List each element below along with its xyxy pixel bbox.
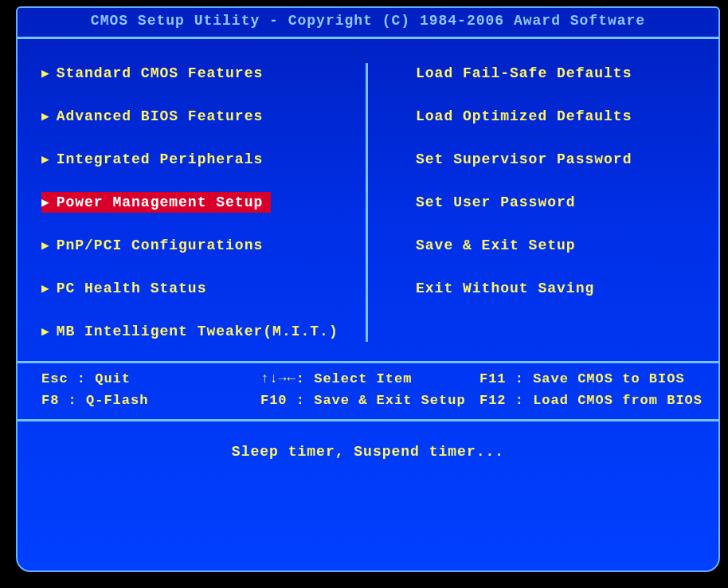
menu-right-column: Load Fail-Safe Defaults Load Optimized D…: [368, 63, 718, 342]
help-f12-load-cmos: F12 : Load CMOS from BIOS: [479, 393, 703, 408]
triangle-right-icon: ▶: [41, 237, 50, 253]
menu-left-column: ▶ Standard CMOS Features ▶ Advanced BIOS…: [18, 63, 368, 342]
key-help-bar: Esc : Quit ↑↓→←: Select Item F11 : Save …: [18, 363, 718, 421]
menu-standard-cmos-features[interactable]: ▶ Standard CMOS Features: [41, 63, 342, 84]
menu-pnp-pci-configurations[interactable]: ▶ PnP/PCI Configurations: [41, 235, 342, 256]
menu-item-label: Set User Password: [416, 194, 576, 210]
menu-power-management-setup[interactable]: ▶ Power Management Setup: [41, 192, 271, 213]
menu-load-fail-safe-defaults[interactable]: Load Fail-Safe Defaults: [416, 63, 695, 84]
menu-item-label: PnP/PCI Configurations: [57, 237, 264, 253]
menu-item-label: Power Management Setup: [57, 194, 264, 210]
help-arrows-select: ↑↓→←: Select Item: [260, 371, 476, 386]
menu-advanced-bios-features[interactable]: ▶ Advanced BIOS Features: [41, 106, 342, 127]
menu-set-supervisor-password[interactable]: Set Supervisor Password: [416, 149, 695, 170]
menu-item-label: Load Optimized Defaults: [416, 108, 632, 124]
menu-item-label: Integrated Peripherals: [57, 151, 264, 167]
menu-item-label: Set Supervisor Password: [416, 151, 632, 167]
help-f8-qflash: F8 : Q-Flash: [41, 393, 257, 408]
triangle-right-icon: ▶: [41, 65, 50, 81]
bios-screen: CMOS Setup Utility - Copyright (C) 1984-…: [16, 6, 720, 572]
menu-mb-intelligent-tweaker[interactable]: ▶ MB Intelligent Tweaker(M.I.T.): [41, 321, 342, 342]
triangle-right-icon: ▶: [41, 151, 50, 167]
menu-pc-health-status[interactable]: ▶ PC Health Status: [41, 278, 342, 299]
context-hint: Sleep timer, Suspend timer...: [18, 421, 718, 482]
menu-item-label: Advanced BIOS Features: [57, 108, 264, 124]
help-f10-save-exit: F10 : Save & Exit Setup: [260, 393, 476, 408]
menu-load-optimized-defaults[interactable]: Load Optimized Defaults: [416, 106, 695, 127]
triangle-right-icon: ▶: [41, 108, 50, 124]
menu-exit-without-saving[interactable]: Exit Without Saving: [416, 278, 695, 299]
menu-save-and-exit-setup[interactable]: Save & Exit Setup: [416, 235, 695, 256]
triangle-right-icon: ▶: [41, 323, 50, 339]
help-f11-save-cmos: F11 : Save CMOS to BIOS: [479, 371, 703, 386]
page-title: CMOS Setup Utility - Copyright (C) 1984-…: [18, 8, 718, 37]
menu-item-label: Standard CMOS Features: [57, 65, 264, 81]
menu-item-label: MB Intelligent Tweaker(M.I.T.): [57, 323, 339, 339]
menu-item-label: Save & Exit Setup: [416, 237, 576, 253]
triangle-right-icon: ▶: [41, 280, 50, 296]
main-menu-area: ▶ Standard CMOS Features ▶ Advanced BIOS…: [18, 37, 718, 363]
menu-item-label: Exit Without Saving: [416, 280, 594, 296]
menu-item-label: PC Health Status: [57, 280, 207, 296]
menu-item-label: Load Fail-Safe Defaults: [416, 65, 632, 81]
help-esc-quit: Esc : Quit: [41, 371, 257, 386]
menu-set-user-password[interactable]: Set User Password: [416, 192, 695, 213]
menu-integrated-peripherals[interactable]: ▶ Integrated Peripherals: [41, 149, 342, 170]
triangle-right-icon: ▶: [41, 194, 50, 210]
